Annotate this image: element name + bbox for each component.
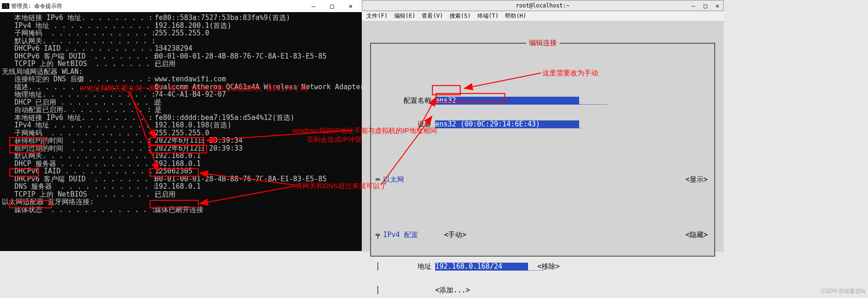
close-button[interactable]: ✕	[714, 2, 721, 9]
profile-name-label: 配置名称	[376, 97, 435, 105]
cmd-line: 子网掩码 . . . . . . . . . . . . : 255.255.2…	[2, 29, 362, 37]
menu-item[interactable]: 查看(V)	[419, 11, 446, 21]
address-input[interactable]: 192.168.0.168/24__________	[435, 263, 528, 271]
cmd-title: 管理员: 命令提示符	[11, 2, 62, 10]
cmd-window: C:\. 管理员: 命令提示符 — □ ✕ 本地链接 IPv6 地址. . . …	[0, 0, 362, 251]
cmd-line: 本地链接 IPv6 地址. . . . . . . . : fe80::583a…	[2, 14, 362, 22]
nmtui-screen[interactable]: 编辑连接 配置名称 ens32_________________________…	[362, 21, 724, 252]
cmd-line: DHCP 服务器 . . . . . . . . . . . : 192.168…	[2, 160, 362, 168]
cmd-line: 连接特定的 DNS 后缀 . . . . . . . : www.tendawi…	[2, 75, 362, 83]
terminal-titlebar[interactable]: root@localhost:~ — □ ✕	[362, 0, 724, 11]
close-button[interactable]: ✕	[341, 2, 360, 10]
address-add-row[interactable]: │ <添加...>	[376, 286, 711, 294]
cmd-icon: C:\.	[2, 3, 9, 9]
menu-item[interactable]: 编辑(E)	[392, 11, 418, 21]
watermark: CSDN @倾夏@la	[821, 287, 865, 295]
annotation-text: windows端的IP地址不能与虚拟机的IP地址相同	[293, 126, 437, 135]
profile-name-row[interactable]: 配置名称 ens32______________________________…	[376, 97, 711, 105]
menu-item[interactable]: 帮助(H)	[502, 11, 529, 21]
anno-box	[9, 168, 39, 177]
address-row[interactable]: │ 地址 192.168.0.168/24__________ <移除>	[376, 263, 711, 271]
cmd-line: DHCPv6 客户端 DUID . . . . . . . : 00-01-00…	[2, 53, 362, 60]
anno-box	[150, 200, 199, 208]
anno-box	[9, 137, 46, 146]
anno-box	[9, 145, 39, 153]
ipv4-label: IPv4 配置	[383, 231, 418, 239]
cmd-line: 默认网关. . . . . . . . . . . . . :	[2, 37, 362, 45]
minimize-button[interactable]: —	[304, 2, 323, 10]
remove-button[interactable]: <移除>	[528, 263, 560, 271]
menu-item[interactable]: 文件(F)	[364, 11, 391, 21]
cmd-line: DHCPv6 IAID . . . . . . . . . . . : 1342…	[2, 45, 362, 53]
ethernet-row[interactable]: ═ 以太网 <显示>	[376, 176, 711, 184]
anno-box	[150, 168, 199, 177]
cmd-line: 无线局域网适配器 WLAN:	[2, 68, 362, 76]
terminal-window: root@localhost:~ — □ ✕ 文件(F)编辑(E)查看(V)搜索…	[362, 0, 724, 252]
anno-box	[9, 200, 52, 208]
maximize-button[interactable]: □	[702, 2, 709, 9]
frame-title: 编辑连接	[526, 39, 560, 47]
annotation-text: 否则会造成IP冲突	[307, 135, 362, 144]
device-input[interactable]: ens32 (00:0C:29:14:6E:43)__________	[435, 120, 579, 128]
anno-box	[150, 145, 207, 153]
address-label: 地址	[383, 263, 435, 271]
ipv4-row[interactable]: ╤ IPv4 配置 <手动> <隐藏>	[376, 231, 711, 239]
anno-box	[436, 93, 505, 102]
minimize-button[interactable]: —	[690, 2, 697, 9]
cmd-line: 自动配置已启用. . . . . . . . . . : 是	[2, 106, 362, 114]
menu-item[interactable]: 终端(T)	[475, 11, 502, 21]
cmd-line: TCPIP 上的 NetBIOS . . . . . . . : 已启用	[2, 60, 362, 68]
add-button[interactable]: <添加...>	[435, 286, 470, 294]
ipv4-mode-select[interactable]: <手动>	[444, 231, 466, 239]
cmd-line: 本地链接 IPv6 地址. . . . . . . . : fe80::dddd…	[2, 114, 362, 122]
terminal-title: root@localhost:~	[516, 2, 570, 9]
terminal-menubar[interactable]: 文件(F)编辑(E)查看(V)搜索(S)终端(T)帮助(H)	[362, 11, 724, 21]
hide-button[interactable]: <隐藏>	[685, 231, 708, 239]
annotation-text: IP地址和网关要在同一网段（即192.168.0.这前三位数相同）否则上不了网	[80, 84, 307, 93]
cmd-line: IPv4 地址 . . . . . . . . . . . . : 192.16…	[2, 22, 362, 30]
cmd-line: TCPIP 上的 NetBIOS . . . . . . . : 已启用	[2, 191, 362, 199]
cmd-line: DHCP 已启用 . . . . . . . . . . . : 是	[2, 99, 362, 106]
anno-box	[150, 137, 204, 146]
menu-item[interactable]: 搜索(S)	[447, 11, 474, 21]
cmd-titlebar[interactable]: C:\. 管理员: 命令提示符 — □ ✕	[0, 0, 362, 12]
annotation-text: 将网关和DNS超过来就可以了	[295, 182, 387, 191]
show-button[interactable]: <显示>	[685, 176, 708, 184]
maximize-button[interactable]: □	[323, 2, 341, 10]
annotation-text: 这里需要改为手动	[542, 69, 598, 78]
